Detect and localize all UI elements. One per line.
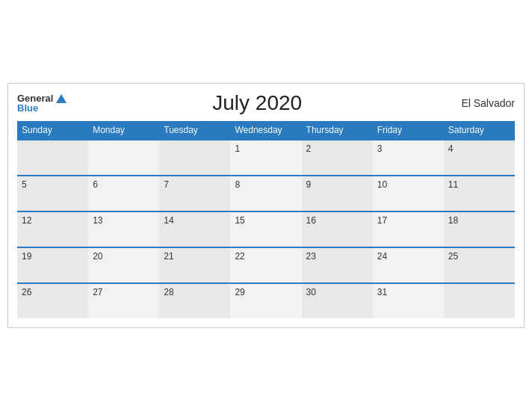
weekday-header-sunday: Sunday bbox=[17, 121, 88, 140]
calendar-day: 30 bbox=[302, 283, 373, 318]
week-row-1: 1234 bbox=[17, 140, 515, 176]
calendar-day: 12 bbox=[17, 211, 88, 247]
day-number: 7 bbox=[164, 179, 169, 190]
day-number: 10 bbox=[377, 179, 387, 190]
day-number: 15 bbox=[235, 215, 244, 226]
calendar-day: 8 bbox=[230, 176, 301, 211]
day-number: 3 bbox=[377, 143, 383, 154]
week-row-2: 567891011 bbox=[17, 176, 515, 211]
day-number: 26 bbox=[22, 287, 31, 297]
calendar-country: El Salvador bbox=[448, 97, 515, 109]
calendar-day: 14 bbox=[159, 211, 230, 247]
calendar-day bbox=[444, 283, 515, 318]
calendar-day: 7 bbox=[159, 176, 230, 211]
day-number: 19 bbox=[22, 251, 31, 262]
day-number: 11 bbox=[448, 179, 458, 190]
weekday-header-tuesday: Tuesday bbox=[159, 121, 230, 140]
calendar-day bbox=[88, 140, 159, 176]
calendar-day: 4 bbox=[444, 140, 515, 176]
day-number: 23 bbox=[306, 251, 316, 262]
day-number: 14 bbox=[164, 215, 173, 226]
calendar-day: 2 bbox=[302, 140, 373, 176]
day-number: 27 bbox=[93, 287, 102, 297]
calendar-day: 10 bbox=[373, 176, 444, 211]
day-number: 29 bbox=[235, 287, 244, 297]
weekday-row: SundayMondayTuesdayWednesdayThursdayFrid… bbox=[17, 121, 515, 140]
calendar-day: 27 bbox=[88, 283, 159, 318]
weekday-header-thursday: Thursday bbox=[302, 121, 373, 140]
calendar-day: 9 bbox=[302, 176, 373, 211]
calendar-day: 20 bbox=[88, 247, 159, 283]
calendar-day: 16 bbox=[302, 211, 373, 247]
day-number: 8 bbox=[235, 179, 240, 190]
calendar-day: 19 bbox=[17, 247, 88, 283]
weekday-header-monday: Monday bbox=[88, 121, 159, 140]
day-number: 31 bbox=[377, 287, 387, 297]
calendar-day: 24 bbox=[373, 247, 444, 283]
logo-triangle-icon bbox=[56, 94, 66, 103]
day-number: 17 bbox=[377, 215, 387, 226]
calendar-day: 22 bbox=[230, 247, 301, 283]
day-number: 25 bbox=[448, 251, 458, 262]
calendar-day: 28 bbox=[159, 283, 230, 318]
day-number: 9 bbox=[306, 179, 312, 190]
day-number: 20 bbox=[93, 251, 102, 262]
week-row-4: 19202122232425 bbox=[17, 247, 515, 283]
logo-blue-label: Blue bbox=[17, 103, 66, 113]
calendar-day: 5 bbox=[17, 176, 88, 211]
calendar-day bbox=[159, 140, 230, 176]
calendar-body: 1234567891011121314151617181920212223242… bbox=[17, 140, 515, 318]
week-row-3: 12131415161718 bbox=[17, 211, 515, 247]
calendar-day: 11 bbox=[444, 176, 515, 211]
calendar-grid: SundayMondayTuesdayWednesdayThursdayFrid… bbox=[17, 121, 515, 318]
calendar-day: 23 bbox=[302, 247, 373, 283]
logo: General Blue bbox=[17, 93, 66, 113]
calendar-day: 17 bbox=[373, 211, 444, 247]
day-number: 13 bbox=[93, 215, 102, 226]
calendar: General Blue July 2020 El Salvador Sunda… bbox=[7, 83, 525, 328]
weekday-header-wednesday: Wednesday bbox=[230, 121, 301, 140]
calendar-header: General Blue July 2020 El Salvador bbox=[17, 91, 515, 115]
day-number: 4 bbox=[448, 143, 454, 154]
calendar-day: 15 bbox=[230, 211, 301, 247]
day-number: 6 bbox=[93, 179, 98, 190]
day-number: 16 bbox=[306, 215, 316, 226]
day-number: 5 bbox=[22, 179, 27, 190]
calendar-title: July 2020 bbox=[66, 91, 448, 115]
day-number: 12 bbox=[22, 215, 31, 226]
calendar-day: 31 bbox=[373, 283, 444, 318]
calendar-day: 13 bbox=[88, 211, 159, 247]
calendar-day: 29 bbox=[230, 283, 301, 318]
day-number: 1 bbox=[235, 143, 240, 154]
day-number: 30 bbox=[306, 287, 316, 297]
calendar-day: 25 bbox=[444, 247, 515, 283]
calendar-day: 1 bbox=[230, 140, 301, 176]
calendar-day: 21 bbox=[159, 247, 230, 283]
day-number: 24 bbox=[377, 251, 387, 262]
calendar-day: 3 bbox=[373, 140, 444, 176]
day-number: 18 bbox=[448, 215, 458, 226]
day-number: 28 bbox=[164, 287, 173, 297]
weekday-header-saturday: Saturday bbox=[444, 121, 515, 140]
day-number: 22 bbox=[235, 251, 244, 262]
calendar-day: 18 bbox=[444, 211, 515, 247]
day-number: 2 bbox=[306, 143, 312, 154]
calendar-day bbox=[17, 140, 88, 176]
day-number: 21 bbox=[164, 251, 173, 262]
calendar-day: 6 bbox=[88, 176, 159, 211]
week-row-5: 262728293031 bbox=[17, 283, 515, 318]
calendar-day: 26 bbox=[17, 283, 88, 318]
calendar-weekdays-header: SundayMondayTuesdayWednesdayThursdayFrid… bbox=[17, 121, 515, 140]
weekday-header-friday: Friday bbox=[373, 121, 444, 140]
